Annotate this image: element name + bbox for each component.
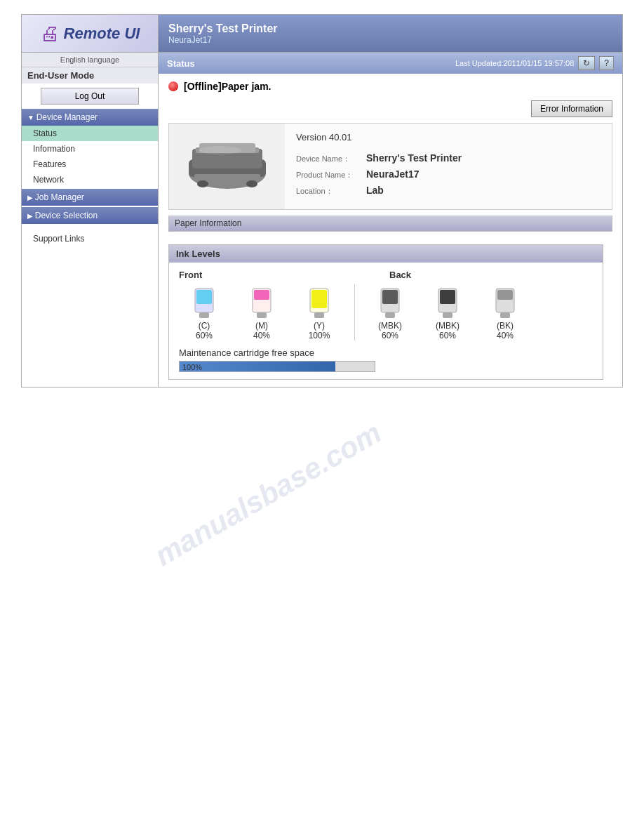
svg-rect-13 [254,290,269,300]
svg-rect-20 [385,312,395,318]
ink-label-Y: (Y) [314,321,325,331]
sidebar-item-status[interactable]: Status [22,126,158,141]
product-name-label: Product Name： [296,170,366,180]
ink-percent-M: 40% [253,331,270,340]
last-updated-text: Last Updated:2011/01/15 19:57:08 [455,59,574,67]
main-layout: English language End-User Mode Log Out D… [21,53,623,388]
device-details: Version 40.01 Device Name： Sherry's Test… [285,124,612,209]
svg-rect-5 [194,174,260,181]
maintenance-bar-fill [180,362,335,371]
svg-rect-25 [497,290,513,300]
sidebar-support-links[interactable]: Support Links [22,228,158,249]
sidebar-item-features[interactable]: Features [22,157,158,172]
sidebar-device-manager[interactable]: Device Manager [22,109,158,126]
product-name-row: Product Name： NeuraJet17 [296,168,601,180]
maintenance-section: Maintenance cartridge free space 100% [179,348,593,372]
ink-label-BK: (BK) [497,321,514,331]
logo-text: Remote UI [64,25,140,43]
ink-cartridge-M: (M) 40% [236,286,287,340]
back-label: Back [389,270,411,280]
error-message: [Offline]Paper jam. [184,81,271,92]
logo-icon: 🖨 [40,22,60,45]
ink-icon-MBK2 [433,286,462,321]
location-label: Location： [296,186,366,197]
svg-rect-11 [199,312,209,318]
device-name-label: Device Name： [296,154,366,164]
maintenance-label: Maintenance cartridge free space [179,348,593,358]
svg-rect-17 [314,312,324,318]
svg-rect-23 [443,312,452,318]
ink-cartridge-MBK2: (MBK) 60% [422,286,473,340]
logout-button[interactable]: Log Out [41,88,139,105]
sidebar-language: English language [22,53,158,67]
ink-icon-Y [304,286,334,321]
error-info-button[interactable]: Error Information [531,100,612,117]
ink-levels-container: Ink Levels Front Back [168,244,603,380]
maintenance-bar: 100% [179,361,375,372]
ink-percent-BK: 40% [497,331,514,340]
header-bar: 🖨 Remote UI Sherry's Test Printer NeuraJ… [21,14,623,53]
ink-levels-header: Ink Levels [169,245,603,263]
printer-name: Sherry's Test Printer [168,22,612,35]
svg-point-6 [199,146,241,154]
ink-label-C: (C) [199,321,210,331]
printer-model: NeuraJet17 [168,35,612,45]
ink-cartridge-BK: (BK) 40% [480,286,530,340]
svg-rect-14 [257,312,267,318]
status-bar: Status Last Updated:2011/01/15 19:57:08 … [159,53,622,74]
ink-front-back-separator [354,284,355,340]
sidebar-job-manager[interactable]: Job Manager [22,189,158,206]
ink-icon-M [247,286,276,321]
product-name-value: NeuraJet17 [366,168,420,180]
front-label: Front [179,270,389,280]
paper-info-bar: Paper Information [168,216,612,232]
ink-cartridges: (C) 60% (M) 40% [179,284,593,340]
svg-rect-16 [311,290,327,308]
printer-info-area: Sherry's Test Printer NeuraJet17 [159,15,622,52]
maintenance-percent: 100% [182,362,202,373]
ink-percent-C: 60% [196,331,213,340]
ink-percent-MBK2: 60% [439,331,456,340]
version-text: Version 40.01 [296,132,601,143]
status-title: Status [167,58,195,69]
sidebar-item-information[interactable]: Information [22,141,158,157]
svg-rect-22 [440,290,455,304]
logo-area: 🖨 Remote UI [22,15,159,52]
error-dot [168,81,178,91]
ink-cartridge-Y: (Y) 100% [294,286,344,340]
ink-label-MBK2: (MBK) [436,321,459,331]
ink-percent-MBK1: 60% [382,331,398,340]
svg-rect-19 [382,290,398,304]
printer-image-area [169,124,285,209]
ink-levels-body: Front Back (C) [169,263,603,379]
location-value: Lab [366,185,384,196]
device-info-panel: Version 40.01 Device Name： Sherry's Test… [168,123,612,210]
content-inner: [Offline]Paper jam. Error Information [159,74,622,387]
ink-label-MBK1: (MBK) [378,321,402,331]
device-name-row: Device Name： Sherry's Test Printer [296,152,601,164]
status-bar-right: Last Updated:2011/01/15 19:57:08 ↻ ? [455,56,614,70]
refresh-button[interactable]: ↻ [578,56,595,70]
sidebar: English language End-User Mode Log Out D… [22,53,159,387]
content-area: Status Last Updated:2011/01/15 19:57:08 … [159,53,622,387]
ink-icon-BK [490,286,520,321]
device-name-value: Sherry's Test Printer [366,152,462,164]
error-line: [Offline]Paper jam. [168,81,612,92]
sidebar-item-network[interactable]: Network [22,172,158,187]
location-row: Location： Lab [296,185,601,197]
ink-icon-MBK1 [375,286,405,321]
ink-icon-C [189,286,219,321]
sidebar-device-selection[interactable]: Device Selection [22,207,158,224]
ink-section-labels: Front Back [179,270,593,280]
error-info-area: Error Information [168,100,612,117]
svg-point-8 [246,180,257,187]
svg-rect-26 [500,312,510,318]
ink-cartridge-C: (C) 60% [179,286,229,340]
svg-rect-10 [196,290,212,304]
ink-percent-Y: 100% [309,331,330,340]
help-button[interactable]: ? [599,56,614,70]
sidebar-mode: End-User Mode [22,67,158,84]
ink-label-M: (M) [255,321,268,331]
ink-cartridge-MBK1: (MBK) 60% [365,286,415,340]
watermark: manualsbase.com [149,416,387,573]
